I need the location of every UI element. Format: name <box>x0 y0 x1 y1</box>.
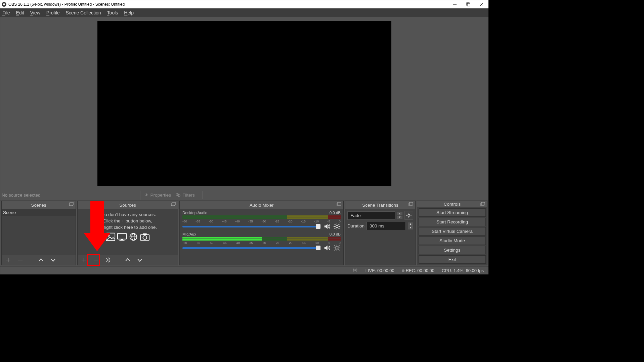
scene-down-button[interactable] <box>49 256 57 264</box>
channel-name: Mic/Aux <box>182 232 196 236</box>
svg-rect-40 <box>338 202 341 205</box>
sources-list[interactable]: You don't have any sources. Click the + … <box>78 209 178 255</box>
filters-button[interactable]: Filters <box>175 192 195 198</box>
source-down-button[interactable] <box>136 256 143 264</box>
menu-tools[interactable]: Tools <box>107 10 118 15</box>
slider-thumb[interactable] <box>316 246 320 250</box>
svg-line-36 <box>109 261 110 262</box>
popout-icon[interactable] <box>480 202 485 207</box>
status-cpu: CPU: 1.4%, 60.00 fps <box>442 268 484 273</box>
source-toolbar: No source selected Properties Filters <box>0 190 488 201</box>
svg-line-47 <box>339 228 340 229</box>
dock-scenes: Scenes Scene <box>1 201 76 265</box>
transitions-body: Fade ▲ ▼ Duration 300 ms <box>345 209 415 265</box>
popout-icon[interactable] <box>171 202 176 207</box>
remove-scene-button[interactable] <box>16 256 24 264</box>
titlebar: OBS 26.1.1 (64-bit, windows) - Profile: … <box>0 0 488 8</box>
channel-settings-button[interactable] <box>333 244 341 252</box>
gear-icon <box>143 192 149 198</box>
mixer-channel-mic: Mic/Aux 0.0 dB -60-55-50-45-40-35-30-25-… <box>182 232 341 252</box>
svg-rect-60 <box>410 202 413 205</box>
svg-rect-25 <box>143 233 146 235</box>
audio-meter: -60-55-50-45-40-35-30-25-20-15-10-50 <box>182 215 341 221</box>
studio-mode-button[interactable]: Studio Mode <box>419 237 486 245</box>
add-source-button[interactable] <box>80 256 88 264</box>
scene-up-button[interactable] <box>37 256 45 264</box>
window-close-button[interactable] <box>475 0 488 8</box>
filters-icon <box>175 192 181 198</box>
preview-area <box>0 17 488 190</box>
volume-slider[interactable] <box>182 247 320 249</box>
start-recording-button[interactable]: Start Recording <box>419 218 486 226</box>
audio-meter: -60-55-50-45-40-35-30-25-20-15-10-50 <box>182 237 341 242</box>
transition-properties-button[interactable] <box>404 211 413 220</box>
properties-button[interactable]: Properties <box>143 192 171 198</box>
settings-button[interactable]: Settings <box>419 246 486 254</box>
scene-item[interactable]: Scene <box>2 209 76 216</box>
menu-file[interactable]: File <box>2 10 10 15</box>
svg-rect-18 <box>118 233 126 239</box>
duration-input[interactable]: 300 ms <box>367 222 406 230</box>
docks-row: Scenes Scene Sourc <box>0 201 488 266</box>
meter-scale: -60-55-50-45-40-35-30-25-20-15-10-50 <box>182 241 341 245</box>
window-maximize-button[interactable] <box>462 0 475 8</box>
transition-spin-down[interactable]: ▼ <box>397 216 402 219</box>
source-properties-button[interactable] <box>104 256 112 264</box>
dock-scene-transitions: Scene Transitions Fade ▲ ▼ <box>345 201 416 265</box>
image-source-icon <box>105 232 116 242</box>
dock-controls: Controls Start Streaming Start Recording… <box>417 201 487 265</box>
popout-icon[interactable] <box>337 202 341 207</box>
popout-icon[interactable] <box>409 202 413 207</box>
window-minimize-button[interactable] <box>448 0 462 8</box>
exit-button[interactable]: Exit <box>419 255 486 264</box>
speaker-icon[interactable] <box>323 223 331 230</box>
slider-thumb[interactable] <box>316 224 320 229</box>
source-up-button[interactable] <box>124 256 131 264</box>
speaker-icon[interactable] <box>323 244 331 252</box>
svg-rect-19 <box>121 239 123 240</box>
svg-rect-2 <box>467 3 470 6</box>
duration-spin-up[interactable]: ▲ <box>408 222 413 226</box>
dock-header-sources[interactable]: Sources <box>78 201 178 209</box>
menu-profile[interactable]: Profile <box>46 10 60 15</box>
start-virtual-camera-button[interactable]: Start Virtual Camera <box>419 227 486 236</box>
transition-select[interactable]: Fade <box>347 211 395 220</box>
no-source-label: No source selected <box>0 193 41 198</box>
svg-point-61 <box>408 214 410 216</box>
menu-help[interactable]: Help <box>124 10 134 15</box>
svg-line-37 <box>106 261 107 262</box>
window-title: OBS 26.1.1 (64-bit, windows) - Profile: … <box>8 2 125 7</box>
toolbar-divider-2 <box>202 191 203 199</box>
start-streaming-button[interactable]: Start Streaming <box>419 208 486 217</box>
mixer-channel-desktop: Desktop Audio 0.0 dB -60-55-50-45-40-35-… <box>182 211 341 230</box>
svg-line-56 <box>339 250 340 251</box>
scenes-list[interactable]: Scene <box>2 209 76 255</box>
volume-slider[interactable] <box>182 226 320 227</box>
channel-settings-button[interactable] <box>333 223 341 230</box>
dock-header-controls[interactable]: Controls <box>417 201 487 207</box>
popout-icon[interactable] <box>69 202 74 207</box>
browser-source-icon <box>128 232 138 242</box>
svg-point-17 <box>108 235 110 237</box>
duration-spin-down[interactable]: ▼ <box>408 226 413 229</box>
svg-point-68 <box>354 269 356 271</box>
scenes-footer <box>2 255 76 265</box>
status-rec: REC: 00:00:00 <box>406 268 434 273</box>
rec-dot-icon <box>402 269 404 272</box>
svg-line-48 <box>335 228 336 229</box>
dock-header-transitions[interactable]: Scene Transitions <box>345 201 415 209</box>
svg-point-26 <box>143 236 146 239</box>
transition-spin-up[interactable]: ▲ <box>397 212 402 215</box>
menu-view[interactable]: View <box>30 10 40 15</box>
dock-header-scenes[interactable]: Scenes <box>2 201 76 209</box>
menubar: File Edit View Profile Scene Collection … <box>0 8 488 17</box>
preview-canvas[interactable] <box>97 21 391 186</box>
remove-source-button[interactable] <box>92 256 100 264</box>
dock-header-mixer[interactable]: Audio Mixer <box>180 201 343 209</box>
sources-footer <box>78 255 178 265</box>
svg-line-58 <box>339 246 340 247</box>
add-scene-button[interactable] <box>4 256 12 264</box>
menu-scene-collection[interactable]: Scene Collection <box>66 10 101 15</box>
menu-edit[interactable]: Edit <box>16 10 24 15</box>
svg-point-50 <box>336 247 338 249</box>
